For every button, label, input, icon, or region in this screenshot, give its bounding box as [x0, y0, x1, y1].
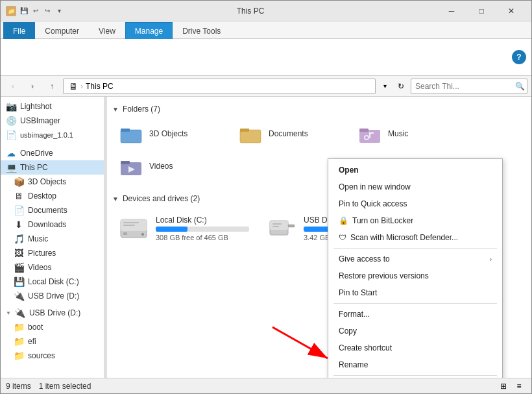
ctx-defender[interactable]: 🛡 Scan with Microsoft Defender... — [328, 229, 502, 246]
folder-item-3dobjects[interactable]: 3D Objects — [112, 119, 229, 149]
sidebar-item-efi[interactable]: 📁 efi — [1, 334, 104, 349]
folder-item-documents[interactable]: Documents — [232, 119, 348, 149]
addressbar: ‹ › ↑ 🖥 › This PC ▾ ↻ 🔍 — [1, 76, 531, 97]
search-input[interactable] — [415, 82, 513, 91]
close-button[interactable]: ✕ — [496, 1, 526, 21]
sidebar-item-usbfile[interactable]: 📄 usbimager_1.0.1 — [1, 128, 104, 142]
svg-rect-23 — [288, 225, 295, 227]
drive-space-c: 308 GB free of 465 GB — [156, 234, 249, 241]
svg-rect-17 — [123, 232, 127, 235]
file-explorer-icon: 📁 — [6, 6, 16, 16]
drive-fill-c — [156, 227, 187, 232]
sidebar-item-label: usbimager_1.0.1 — [20, 131, 73, 139]
sidebar-item-usbdrive-d[interactable]: 🔌 USB Drive (D:) — [1, 289, 104, 303]
address-bar[interactable]: 🖥 › This PC — [63, 79, 376, 94]
svg-rect-19 — [123, 222, 139, 223]
titlebar: 📁 💾 ↩ ↪ ▾ This PC ─ □ ✕ — [1, 1, 531, 21]
undo-qa-button[interactable]: ↩ — [30, 6, 41, 16]
folders-section-header: ▼ Folders (7) — [112, 102, 526, 119]
folder-item-music[interactable]: Music — [351, 119, 468, 149]
tab-manage[interactable]: Manage — [125, 22, 173, 39]
ctx-pin-start[interactable]: Pin to Start — [328, 284, 502, 301]
items-count: 9 items — [6, 382, 31, 391]
ctx-open-new-window[interactable]: Open in new window — [328, 179, 502, 195]
ctx-bitlocker[interactable]: 🔒 Turn on BitLocker — [328, 212, 502, 229]
folder-name-music: Music — [388, 129, 408, 138]
ctx-open[interactable]: Open — [328, 162, 502, 179]
up-button[interactable]: ↑ — [43, 79, 60, 94]
sidebar-item-3dobjects[interactable]: 📦 3D Objects — [1, 175, 104, 189]
pictures-icon: 🖼 — [14, 248, 24, 258]
sidebar-item-localdisk[interactable]: 💾 Local Disk (C:) — [1, 275, 104, 289]
ribbon-content: ? — [1, 39, 531, 75]
list-view-button[interactable]: ≡ — [512, 380, 526, 393]
ctx-bitlocker-left: 🔒 Turn on BitLocker — [339, 216, 413, 225]
address-separator: › — [80, 82, 83, 91]
sidebar-item-label: Desktop — [28, 191, 56, 201]
save-qa-button[interactable]: 💾 — [19, 6, 29, 16]
bitlocker-icon: 🔒 — [339, 216, 348, 225]
ctx-pin-quick[interactable]: Pin to Quick access — [328, 195, 502, 212]
ctx-format[interactable]: Format... — [328, 306, 502, 323]
maximize-button[interactable]: □ — [466, 1, 496, 21]
drive-icon-c — [118, 214, 151, 243]
search-box[interactable]: 🔍 — [411, 79, 527, 94]
tab-view[interactable]: View — [89, 22, 125, 39]
tab-file[interactable]: File — [3, 22, 35, 39]
sidebar-item-onedrive[interactable]: ☁ OneDrive — [1, 146, 104, 160]
ctx-defender-label: Scan with Microsoft Defender... — [350, 233, 458, 242]
folder-item-videos[interactable]: Videos — [112, 151, 229, 181]
grid-view-button[interactable]: ⊞ — [496, 380, 511, 393]
devices-expand-icon[interactable]: ▼ — [112, 195, 119, 203]
ctx-defender-left: 🛡 Scan with Microsoft Defender... — [339, 233, 458, 242]
sidebar-item-label: Local Disk (C:) — [28, 277, 79, 286]
window-controls: ─ □ ✕ — [437, 1, 526, 21]
sidebar-item-usbdrive-group[interactable]: ▼ 🔌 USB Drive (D:) — [1, 306, 104, 320]
back-button[interactable]: ‹ — [5, 79, 21, 94]
dropdown-qa-button[interactable]: ▾ — [54, 6, 64, 16]
svg-rect-13 — [121, 161, 130, 164]
ribbon: File Computer View Manage Drive Tools ? — [1, 21, 531, 76]
sidebar-item-desktop[interactable]: 🖥 Desktop — [1, 189, 104, 203]
tab-computer[interactable]: Computer — [35, 22, 89, 39]
sidebar-item-usbimager[interactable]: 💿 USBImager — [1, 114, 104, 128]
sidebar-item-downloads[interactable]: ⬇ Downloads — [1, 217, 104, 232]
sidebar-item-pictures[interactable]: 🖼 Pictures — [1, 246, 104, 260]
ctx-create-shortcut[interactable]: Create shortcut — [328, 339, 502, 356]
sidebar-item-lightshot[interactable]: 📷 Lightshot — [1, 99, 104, 114]
ctx-restore-versions[interactable]: Restore previous versions — [328, 267, 502, 284]
tab-drive-tools[interactable]: Drive Tools — [173, 22, 230, 39]
ctx-restore-versions-label: Restore previous versions — [339, 271, 429, 280]
folder-icon-documents — [237, 122, 263, 145]
sidebar-item-documents[interactable]: 📄 Documents — [1, 203, 104, 217]
statusbar-info: 9 items 1 item selected — [6, 382, 91, 391]
sidebar-item-sources[interactable]: 📁 sources — [1, 349, 104, 363]
redo-qa-button[interactable]: ↪ — [42, 6, 53, 16]
ctx-give-access[interactable]: Give access to › — [328, 251, 502, 267]
window: 📁 💾 ↩ ↪ ▾ This PC ─ □ ✕ File Computer Vi… — [0, 0, 532, 394]
localdisk-icon: 💾 — [14, 277, 24, 287]
documents-icon: 📄 — [14, 205, 24, 215]
quick-access-toolbar: 💾 ↩ ↪ ▾ — [19, 6, 64, 16]
address-dropdown-button[interactable]: ▾ — [378, 80, 391, 93]
minimize-button[interactable]: ─ — [437, 1, 466, 21]
sidebar-item-boot[interactable]: 📁 boot — [1, 320, 104, 334]
sidebar-item-videos[interactable]: 🎬 Videos — [1, 260, 104, 275]
folders-expand-icon[interactable]: ▼ — [112, 106, 119, 113]
statusbar: 9 items 1 item selected ⊞ ≡ — [1, 378, 531, 393]
sidebar-item-music[interactable]: 🎵 Music — [1, 232, 104, 246]
ctx-rename[interactable]: Rename — [328, 356, 502, 373]
ctx-copy[interactable]: Copy — [328, 323, 502, 339]
drive-bar-c — [156, 227, 249, 232]
svg-rect-22 — [270, 221, 288, 230]
refresh-button[interactable]: ↻ — [394, 79, 408, 93]
drive-item-c[interactable]: Local Disk (C:) 308 GB free of 465 GB — [112, 208, 255, 249]
forward-button[interactable]: › — [24, 79, 41, 94]
help-button[interactable]: ? — [512, 50, 526, 64]
sidebar-item-label: USB Drive (D:) — [29, 308, 80, 317]
sidebar-item-thispc[interactable]: 💻 This PC — [1, 160, 104, 175]
ctx-open-new-window-label: Open in new window — [339, 182, 411, 191]
content-area: ▼ Folders (7) 3D Objects — [107, 97, 531, 378]
ctx-separator-1 — [333, 248, 497, 249]
svg-line-27 — [272, 327, 328, 358]
